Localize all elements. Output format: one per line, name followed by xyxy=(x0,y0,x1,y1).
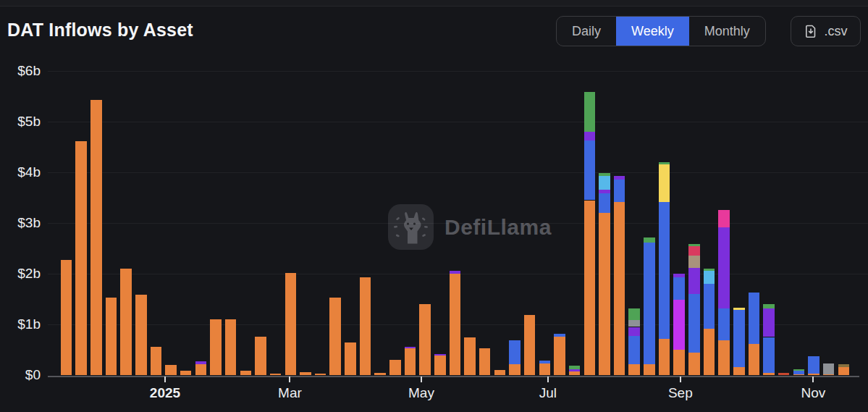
bar-segment-purple[interactable] xyxy=(434,354,446,356)
bar-segment-orange[interactable] xyxy=(599,213,610,375)
bar-segment-blue[interactable] xyxy=(659,202,670,339)
bar-segment-sky[interactable] xyxy=(599,176,610,190)
bar-segment-green[interactable] xyxy=(628,308,640,320)
bar-segment-purple[interactable] xyxy=(584,132,596,140)
bar-segment-orange[interactable] xyxy=(808,374,819,375)
bar-segment-sky[interactable] xyxy=(704,271,715,284)
bar-segment-orange[interactable] xyxy=(688,353,700,376)
bar-segment-orange[interactable] xyxy=(524,315,536,375)
bar-segment-orange[interactable] xyxy=(704,329,715,375)
bar-segment-purple[interactable] xyxy=(195,361,207,364)
bar-segment-orange[interactable] xyxy=(763,373,775,375)
bar-segment-green[interactable] xyxy=(599,173,610,176)
bar-segment-orange[interactable] xyxy=(838,367,850,375)
bar-segment-blue[interactable] xyxy=(808,356,819,374)
bar-segment-orange[interactable] xyxy=(823,374,835,375)
bar-segment-orange[interactable] xyxy=(285,273,297,375)
bar-segment-orange[interactable] xyxy=(793,374,805,375)
bar-segment-gray[interactable] xyxy=(628,320,640,327)
bar-segment-blue[interactable] xyxy=(539,361,551,363)
bar-segment-orange[interactable] xyxy=(718,340,730,375)
bar-segment-gray[interactable] xyxy=(823,363,835,374)
bar-segment-blue[interactable] xyxy=(644,243,655,364)
bar-segment-orange[interactable] xyxy=(135,295,147,375)
bar-segment-blue[interactable] xyxy=(584,140,596,201)
bar-segment-purple[interactable] xyxy=(614,176,625,180)
bar-segment-green[interactable] xyxy=(688,244,700,246)
bar-segment-orange[interactable] xyxy=(90,100,102,375)
bar-segment-purple[interactable] xyxy=(569,369,581,372)
bar-segment-orange[interactable] xyxy=(733,367,745,375)
bar-segment-orange[interactable] xyxy=(360,277,371,375)
bar-segment-orange[interactable] xyxy=(464,337,476,375)
bar-segment-orange[interactable] xyxy=(494,370,506,375)
bar-segment-orange[interactable] xyxy=(106,298,117,375)
bar-segment-pink[interactable] xyxy=(718,210,730,227)
bar-segment-green[interactable] xyxy=(569,366,581,369)
bar-segment-orange[interactable] xyxy=(554,337,565,375)
bar-segment-orange[interactable] xyxy=(569,371,581,375)
bar-segment-orange[interactable] xyxy=(329,298,341,375)
bar-segment-orange[interactable] xyxy=(389,360,401,375)
bar-segment-blue[interactable] xyxy=(763,337,775,374)
bar-segment-orange[interactable] xyxy=(75,141,87,375)
bar-segment-orange[interactable] xyxy=(270,374,282,375)
bar-segment-orange[interactable] xyxy=(479,348,491,375)
bar-segment-orange[interactable] xyxy=(539,363,551,375)
bar-segment-green[interactable] xyxy=(584,92,596,132)
bar-segment-purple[interactable] xyxy=(718,227,730,308)
bar-segment-blue[interactable] xyxy=(509,340,521,365)
bar-segment-orange[interactable] xyxy=(225,319,237,375)
bar-segment-orange[interactable] xyxy=(180,371,192,375)
bar-segment-blue[interactable] xyxy=(673,277,685,300)
bar-segment-orange[interactable] xyxy=(434,356,446,375)
bar-segment-blue[interactable] xyxy=(733,310,745,366)
bar-segment-orange[interactable] xyxy=(345,342,356,375)
bar-segment-orange[interactable] xyxy=(628,364,640,375)
bar-segment-orange[interactable] xyxy=(151,347,162,375)
bar-segment-orange[interactable] xyxy=(644,364,655,375)
bar-segment-orange[interactable] xyxy=(120,269,132,375)
bar-segment-yellow[interactable] xyxy=(733,308,745,311)
bar-segment-blue[interactable] xyxy=(718,308,730,340)
bar-segment-green[interactable] xyxy=(704,269,715,271)
bar-segment-purple[interactable] xyxy=(628,327,640,337)
bar-segment-blue[interactable] xyxy=(688,294,700,353)
bar-segment-orange[interactable] xyxy=(255,337,266,375)
bar-segment-orange[interactable] xyxy=(61,260,72,375)
bar-segment-blue[interactable] xyxy=(749,293,760,344)
bar-segment-red[interactable] xyxy=(778,373,790,376)
bar-segment-yellow[interactable] xyxy=(659,164,670,203)
bar-segment-orange[interactable] xyxy=(419,304,431,375)
bar-segment-purple[interactable] xyxy=(450,271,461,274)
bar-segment-rose[interactable] xyxy=(688,246,700,256)
bar-segment-purple[interactable] xyxy=(688,268,700,294)
bar-segment-orange[interactable] xyxy=(240,371,252,375)
bar-segment-purple[interactable] xyxy=(405,347,416,348)
bar-segment-purple[interactable] xyxy=(673,274,685,277)
bar-segment-green[interactable] xyxy=(659,162,670,164)
bar-segment-magenta[interactable] xyxy=(673,300,685,350)
bar-segment-orange[interactable] xyxy=(300,372,311,375)
bar-segment-orange[interactable] xyxy=(315,374,326,375)
bar-segment-purple[interactable] xyxy=(599,190,610,194)
bar-segment-orange[interactable] xyxy=(450,274,461,375)
bar-segment-brown[interactable] xyxy=(838,364,850,367)
bar-segment-orange[interactable] xyxy=(374,373,386,376)
bar-segment-blue[interactable] xyxy=(628,336,640,364)
bar-segment-orange[interactable] xyxy=(659,339,670,375)
bar-segment-green[interactable] xyxy=(763,304,775,308)
bar-segment-tan[interactable] xyxy=(688,256,700,269)
bar-segment-orange[interactable] xyxy=(614,202,625,375)
bar-segment-blue[interactable] xyxy=(704,284,715,329)
bar-segment-blue[interactable] xyxy=(554,334,565,337)
bar-segment-green[interactable] xyxy=(644,237,655,243)
bar-segment-purple[interactable] xyxy=(763,308,775,337)
bar-segment-orange[interactable] xyxy=(165,365,177,375)
bar-segment-orange[interactable] xyxy=(195,364,207,375)
bar-segment-blue[interactable] xyxy=(614,180,625,202)
bar-segment-orange[interactable] xyxy=(584,201,596,376)
bar-segment-green[interactable] xyxy=(793,369,805,371)
bar-segment-blue[interactable] xyxy=(599,193,610,213)
bar-segment-orange[interactable] xyxy=(749,344,760,375)
